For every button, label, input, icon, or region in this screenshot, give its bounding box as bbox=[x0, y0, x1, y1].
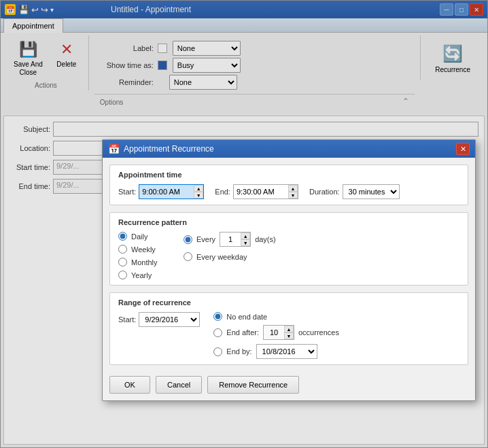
start-time-group: Start: ▲ ▼ bbox=[118, 184, 204, 199]
occurrences-suffix: occurrences bbox=[298, 328, 339, 337]
start-time-up[interactable]: ▲ bbox=[194, 185, 203, 192]
every-value-input[interactable] bbox=[220, 232, 241, 246]
end-time-up[interactable]: ▲ bbox=[288, 185, 298, 192]
range-start: Start: 9/29/2016 bbox=[118, 312, 200, 327]
yearly-row: Yearly bbox=[118, 271, 173, 279]
end-by-row: End by: 10/8/2016 bbox=[213, 344, 339, 359]
dialog-body: Appointment time Start: ▲ ▼ End: bbox=[103, 158, 475, 372]
every-row: Every ▲ ▼ day(s) bbox=[184, 232, 459, 247]
daily-row: Daily bbox=[118, 232, 173, 241]
end-by-select[interactable]: 10/8/2016 bbox=[256, 344, 317, 359]
yearly-label[interactable]: Yearly bbox=[131, 271, 152, 279]
every-spinner-btns: ▲ ▼ bbox=[241, 232, 250, 246]
end-after-spinner-box: ▲ ▼ bbox=[263, 325, 294, 340]
remove-recurrence-button[interactable]: Remove Recurrence bbox=[207, 376, 299, 394]
start-time-spinner: ▲ ▼ bbox=[194, 185, 203, 199]
end-by-label[interactable]: End by: bbox=[226, 347, 251, 356]
cancel-button[interactable]: Cancel bbox=[156, 376, 202, 394]
end-after-radio[interactable] bbox=[213, 328, 222, 337]
start-time-input-box: ▲ ▼ bbox=[139, 184, 204, 199]
dialog-title-text: Appointment Recurrence bbox=[124, 144, 214, 154]
end-time-group: End: ▲ ▼ bbox=[215, 184, 298, 199]
end-after-input[interactable] bbox=[264, 326, 284, 339]
range-start-label: Start: bbox=[118, 315, 136, 324]
range-start-select[interactable]: 9/29/2016 bbox=[139, 312, 200, 327]
weekly-radio[interactable] bbox=[118, 245, 127, 254]
pattern-types: Daily Weekly Monthly Yearly bbox=[118, 232, 173, 279]
every-days-suffix: day(s) bbox=[255, 235, 276, 243]
appointment-time-section: Appointment time Start: ▲ ▼ End: bbox=[109, 165, 468, 205]
every-weekday-label[interactable]: Every weekday bbox=[196, 253, 247, 261]
monthly-radio[interactable] bbox=[118, 258, 127, 266]
recurrence-pattern-section: Recurrence pattern Daily Weekly Monthly bbox=[109, 212, 468, 286]
range-title: Range of recurrence bbox=[118, 298, 459, 307]
daily-radio[interactable] bbox=[118, 232, 127, 241]
duration-label: Duration: bbox=[309, 188, 340, 196]
end-after-row: End after: ▲ ▼ occurrences bbox=[213, 325, 339, 340]
range-of-recurrence-section: Range of recurrence Start: 9/29/2016 No … bbox=[109, 292, 468, 365]
pattern-layout: Daily Weekly Monthly Yearly bbox=[118, 232, 459, 279]
appointment-time-title: Appointment time bbox=[118, 171, 459, 179]
no-end-label[interactable]: No end date bbox=[226, 313, 267, 321]
pattern-options: Every ▲ ▼ day(s) Every weekday bbox=[184, 232, 459, 279]
dialog-titlebar-left: 📅 Appointment Recurrence bbox=[108, 143, 214, 154]
dialog-close-button[interactable]: ✕ bbox=[456, 143, 470, 155]
every-up[interactable]: ▲ bbox=[241, 232, 250, 239]
dialog-footer: OK Cancel Remove Recurrence bbox=[103, 372, 475, 400]
every-spinner-box: ▲ ▼ bbox=[220, 232, 251, 247]
end-after-down[interactable]: ▼ bbox=[284, 332, 294, 339]
end-after-label[interactable]: End after: bbox=[226, 328, 259, 337]
every-weekday-radio[interactable] bbox=[184, 252, 192, 261]
start-time-down[interactable]: ▼ bbox=[194, 192, 203, 199]
ok-button[interactable]: OK bbox=[109, 376, 150, 394]
no-end-radio[interactable] bbox=[213, 312, 222, 321]
monthly-label[interactable]: Monthly bbox=[131, 258, 158, 266]
end-time-spinner: ▲ ▼ bbox=[288, 185, 298, 199]
end-time-input-box: ▲ ▼ bbox=[233, 184, 298, 199]
end-time-down[interactable]: ▼ bbox=[288, 192, 298, 199]
duration-group: Duration: 30 minutes 1 hour 1.5 hours 2 … bbox=[309, 184, 400, 199]
range-layout: Start: 9/29/2016 No end date End bbox=[118, 312, 459, 359]
recurrence-dialog: 📅 Appointment Recurrence ✕ Appointment t… bbox=[102, 139, 476, 401]
end-after-up[interactable]: ▲ bbox=[284, 326, 294, 332]
end-label: End: bbox=[215, 188, 230, 196]
monthly-row: Monthly bbox=[118, 258, 173, 266]
range-end: No end date End after: ▲ ▼ bbox=[213, 312, 339, 359]
end-time-input[interactable] bbox=[234, 185, 288, 199]
weekly-row: Weekly bbox=[118, 245, 173, 254]
end-after-spinner-btns: ▲ ▼ bbox=[284, 326, 294, 339]
every-down[interactable]: ▼ bbox=[241, 239, 250, 246]
end-by-radio[interactable] bbox=[213, 347, 222, 356]
duration-select[interactable]: 30 minutes 1 hour 1.5 hours 2 hours bbox=[343, 184, 400, 199]
every-weekday-row: Every weekday bbox=[184, 252, 459, 261]
no-end-row: No end date bbox=[213, 312, 339, 321]
yearly-radio[interactable] bbox=[118, 271, 127, 279]
every-label[interactable]: Every bbox=[196, 235, 215, 243]
daily-label[interactable]: Daily bbox=[131, 232, 147, 241]
dialog-titlebar: 📅 Appointment Recurrence ✕ bbox=[103, 140, 475, 158]
start-time-input[interactable] bbox=[139, 185, 194, 199]
dialog-title-icon: 📅 bbox=[108, 143, 120, 154]
appointment-time-row: Start: ▲ ▼ End: ▲ bbox=[118, 184, 459, 199]
start-label: Start: bbox=[118, 188, 136, 196]
recurrence-pattern-title: Recurrence pattern bbox=[118, 218, 459, 226]
weekly-label[interactable]: Weekly bbox=[131, 245, 156, 254]
every-radio[interactable] bbox=[184, 235, 192, 244]
